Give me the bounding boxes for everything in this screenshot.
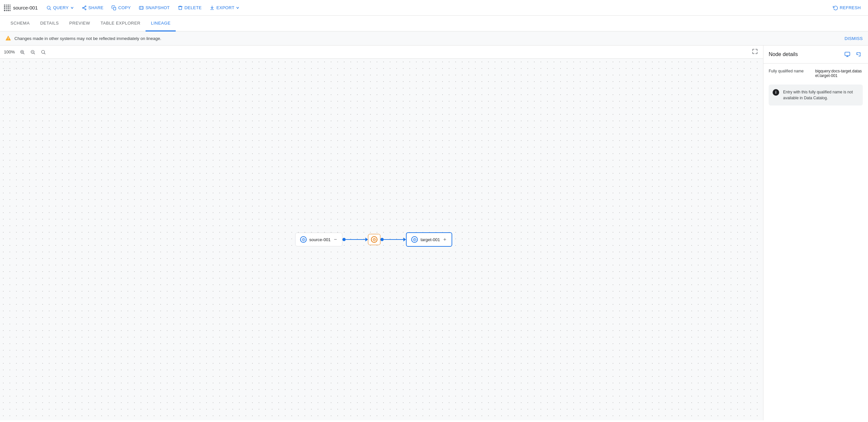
svg-point-9 (8, 39, 8, 40)
warning-icon (5, 35, 11, 41)
connector-source-middle (343, 237, 368, 241)
panel-link-button[interactable] (843, 50, 851, 59)
svg-rect-8 (139, 6, 143, 9)
link-icon (844, 52, 850, 57)
connector-dot-right (380, 238, 384, 241)
lineage-node-target[interactable]: target-001 + (406, 232, 452, 247)
copy-button[interactable]: COPY (108, 3, 134, 12)
svg-rect-28 (845, 52, 850, 56)
panel-header: Node details (764, 45, 868, 64)
svg-line-13 (23, 53, 24, 54)
refresh-button[interactable]: REFRESH (830, 3, 864, 12)
connector-line-1 (346, 239, 366, 240)
dismiss-button[interactable]: DISMISS (844, 36, 863, 41)
canvas-toolbar: 100% (0, 45, 763, 59)
warning-banner: Changes made in other systems may not be… (0, 31, 868, 45)
panel-expand-button[interactable] (854, 50, 863, 59)
process-icon (372, 238, 376, 241)
svg-line-16 (34, 53, 35, 54)
zoom-level: 100% (4, 50, 16, 54)
snapshot-icon (138, 5, 144, 10)
expand-panel-icon (856, 52, 862, 57)
svg-point-2 (85, 6, 86, 6)
svg-line-18 (44, 53, 45, 54)
lineage-diagram: source-001 − (296, 232, 452, 247)
snapshot-button[interactable]: SNAPSHOT (135, 3, 173, 12)
connector-arrow-2 (404, 237, 406, 241)
share-button[interactable]: SHARE (79, 3, 107, 12)
tab-lineage[interactable]: LINEAGE (146, 16, 176, 31)
panel-actions (843, 50, 863, 59)
info-icon: i (773, 89, 779, 96)
node-details-panel: Node details Fully qualified name bigque… (763, 45, 868, 420)
fqn-value: bigquery:docs-target.dataset.target-001 (815, 69, 863, 78)
trash-icon (178, 5, 183, 10)
expand-icon (752, 48, 758, 54)
page-title-area: source-001 (4, 5, 38, 11)
copy-icon (112, 5, 117, 10)
delete-button[interactable]: DELETE (175, 3, 205, 12)
table-icon (413, 238, 416, 241)
zoom-in-icon (20, 50, 25, 55)
chevron-down-icon (70, 6, 74, 9)
lineage-node-source[interactable]: source-001 − (296, 233, 343, 247)
source-node-label: source-001 (309, 237, 331, 242)
target-node-label: target-001 (421, 237, 440, 242)
export-icon (210, 5, 215, 10)
app-header: source-001 QUERY SHARE COPY SNAPSHOT DEL… (0, 0, 868, 16)
tab-bar: SCHEMA DETAILS PREVIEW TABLE EXPLORER LI… (0, 16, 868, 31)
svg-point-4 (85, 9, 86, 10)
page-title: source-001 (13, 5, 38, 10)
detail-row-fqn: Fully qualified name bigquery:docs-targe… (769, 69, 863, 78)
svg-line-6 (83, 8, 85, 9)
share-icon (82, 5, 87, 10)
svg-rect-7 (114, 7, 116, 10)
zoom-in-button[interactable] (18, 48, 26, 56)
panel-title: Node details (769, 52, 798, 57)
connector-arrow-1 (366, 237, 368, 241)
lineage-canvas-area: 100% source-00 (0, 45, 763, 420)
export-button[interactable]: EXPORT (206, 3, 243, 12)
zoom-reset-icon (41, 50, 46, 55)
warning-content: Changes made in other systems may not be… (5, 35, 161, 41)
main-content: 100% source-00 (0, 45, 868, 420)
info-box-text: Entry with this fully qualified name is … (783, 90, 853, 100)
svg-point-3 (82, 7, 83, 8)
panel-body: Fully qualified name bigquery:docs-targe… (764, 64, 868, 420)
fqn-label: Fully qualified name (769, 69, 811, 78)
source-collapse-button[interactable]: − (333, 237, 338, 242)
svg-line-1 (50, 9, 51, 10)
refresh-icon (833, 5, 838, 10)
search-icon (46, 5, 52, 10)
chevron-down-icon (236, 6, 239, 9)
zoom-out-icon (30, 50, 35, 55)
middle-node-icon (371, 236, 378, 243)
zoom-reset-button[interactable] (39, 48, 47, 56)
tab-table-explorer[interactable]: TABLE EXPLORER (95, 16, 146, 31)
tab-schema[interactable]: SCHEMA (5, 16, 35, 31)
tab-details[interactable]: DETAILS (35, 16, 64, 31)
connector-dot-left (343, 238, 346, 241)
table-icon (302, 238, 305, 241)
zoom-out-button[interactable] (29, 48, 37, 56)
lineage-canvas[interactable]: source-001 − (0, 59, 763, 420)
warning-text: Changes made in other systems may not be… (14, 36, 161, 41)
query-button[interactable]: QUERY (43, 3, 77, 12)
connector-middle-target (380, 237, 406, 241)
connector-line-2 (384, 239, 404, 240)
lineage-node-middle[interactable] (368, 234, 380, 245)
target-node-icon (411, 236, 418, 243)
expand-canvas-button[interactable] (751, 47, 759, 57)
grid-icon (4, 5, 10, 11)
tab-preview[interactable]: PREVIEW (64, 16, 95, 31)
info-box: i Entry with this fully qualified name i… (769, 85, 863, 105)
source-node-icon (300, 236, 307, 243)
target-expand-button[interactable]: + (442, 237, 447, 242)
